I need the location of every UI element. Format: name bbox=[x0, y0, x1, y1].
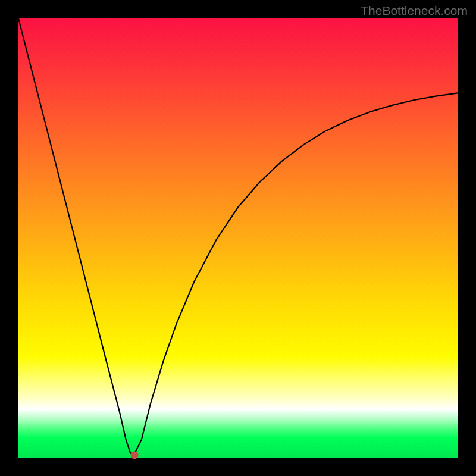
watermark-text: TheBottleneck.com bbox=[361, 4, 468, 18]
chart-frame: TheBottleneck.com bbox=[0, 0, 476, 476]
bottleneck-curve bbox=[18, 18, 458, 458]
minimum-marker-dot bbox=[130, 452, 138, 459]
plot-area bbox=[18, 18, 458, 458]
